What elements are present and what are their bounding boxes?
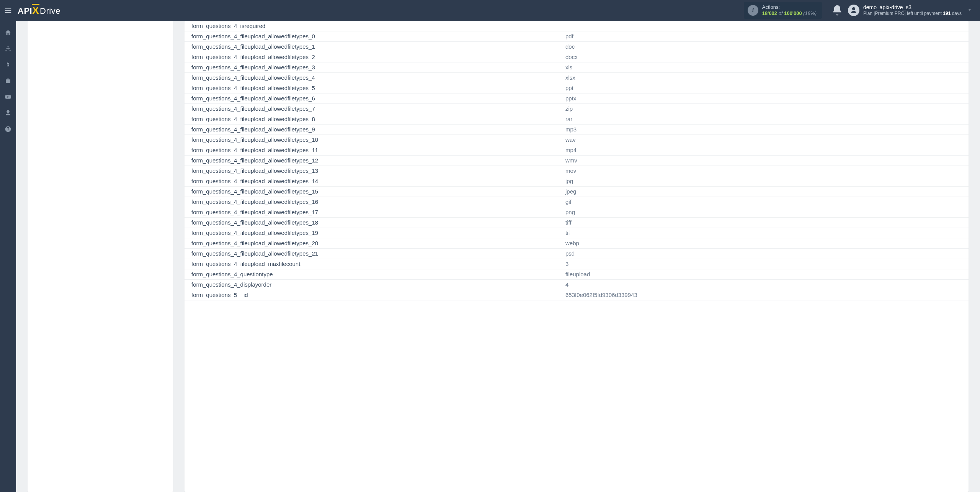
- data-panel: form_questions_4_isrequiredform_question…: [185, 21, 969, 492]
- nav-billing[interactable]: [0, 57, 16, 73]
- field-key: form_questions_4_fileupload_allowedfilet…: [185, 31, 561, 41]
- actions-pct: (18%): [803, 10, 817, 16]
- table-row: form_questions_4_fileupload_allowedfilet…: [185, 238, 969, 248]
- actions-label: Actions:: [762, 4, 817, 10]
- field-value: xls: [561, 62, 969, 72]
- menu-toggle-button[interactable]: [0, 0, 16, 21]
- field-key: form_questions_4_fileupload_allowedfilet…: [185, 93, 561, 103]
- field-value: tif: [561, 228, 969, 238]
- field-key: form_questions_4_fileupload_allowedfilet…: [185, 228, 561, 238]
- table-row: form_questions_4_isrequired: [185, 21, 969, 31]
- table-row: form_questions_4_fileupload_allowedfilet…: [185, 93, 969, 103]
- field-value: wav: [561, 134, 969, 145]
- actions-used: 18'002: [762, 10, 777, 16]
- field-key: form_questions_4_fileupload_allowedfilet…: [185, 248, 561, 259]
- field-value: tiff: [561, 217, 969, 228]
- table-row: form_questions_4_fileupload_allowedfilet…: [185, 72, 969, 83]
- table-row: form_questions_4_fileupload_allowedfilet…: [185, 31, 969, 41]
- field-value: jpg: [561, 176, 969, 186]
- info-icon: i: [748, 5, 758, 16]
- field-key: form_questions_4_fileupload_allowedfilet…: [185, 83, 561, 93]
- field-value: rar: [561, 114, 969, 124]
- brand-part-x: X: [32, 5, 39, 16]
- chevron-down-icon[interactable]: [967, 7, 972, 14]
- field-key: form_questions_4_fileupload_maxfilecount: [185, 259, 561, 269]
- table-row: form_questions_4_fileupload_allowedfilet…: [185, 103, 969, 114]
- field-value: 3: [561, 259, 969, 269]
- actions-usage-badge[interactable]: i Actions: 18'002 of 100'000 (18%): [744, 2, 822, 18]
- field-value: wmv: [561, 155, 969, 166]
- table-row: form_questions_4_fileupload_allowedfilet…: [185, 41, 969, 52]
- nav-connections[interactable]: [0, 41, 16, 57]
- left-panel: [28, 21, 173, 492]
- table-row: form_questions_5__id653f0e062f5fd9306d33…: [185, 290, 969, 300]
- field-key: form_questions_4_fileupload_allowedfilet…: [185, 62, 561, 72]
- field-key: form_questions_4_fileupload_allowedfilet…: [185, 176, 561, 186]
- field-key: form_questions_4_isrequired: [185, 21, 561, 31]
- table-row: form_questions_4_fileupload_allowedfilet…: [185, 134, 969, 145]
- field-key: form_questions_5__id: [185, 290, 561, 300]
- table-row: form_questions_4_fileupload_allowedfilet…: [185, 176, 969, 186]
- field-value: psd: [561, 248, 969, 259]
- table-row: form_questions_4_fileupload_allowedfilet…: [185, 217, 969, 228]
- field-value: 4: [561, 279, 969, 290]
- field-value: gif: [561, 197, 969, 207]
- field-key: form_questions_4_fileupload_allowedfilet…: [185, 72, 561, 83]
- table-row: form_questions_4_fileupload_allowedfilet…: [185, 248, 969, 259]
- field-value: webp: [561, 238, 969, 248]
- notifications-button[interactable]: [831, 4, 843, 16]
- field-value: fileupload: [561, 269, 969, 279]
- field-value: mp4: [561, 145, 969, 155]
- nav-youtube[interactable]: [0, 89, 16, 105]
- table-row: form_questions_4_fileupload_allowedfilet…: [185, 52, 969, 62]
- field-key: form_questions_4_fileupload_allowedfilet…: [185, 41, 561, 52]
- field-key: form_questions_4_fileupload_allowedfilet…: [185, 217, 561, 228]
- field-key: form_questions_4_fileupload_allowedfilet…: [185, 124, 561, 134]
- field-key: form_questions_4_fileupload_allowedfilet…: [185, 103, 561, 114]
- field-key: form_questions_4_fileupload_allowedfilet…: [185, 166, 561, 176]
- table-row: form_questions_4_fileupload_maxfilecount…: [185, 259, 969, 269]
- main-scroll[interactable]: form_questions_4_isrequiredform_question…: [16, 21, 980, 492]
- brand-part-drive: Drive: [40, 6, 60, 16]
- nav-home[interactable]: [0, 25, 16, 41]
- table-row: form_questions_4_fileupload_allowedfilet…: [185, 155, 969, 166]
- field-value: zip: [561, 103, 969, 114]
- kv-table: form_questions_4_isrequiredform_question…: [185, 21, 969, 300]
- brand-logo[interactable]: API X Drive: [18, 5, 60, 16]
- table-row: form_questions_4_fileupload_allowedfilet…: [185, 83, 969, 93]
- table-row: form_questions_4_fileupload_allowedfilet…: [185, 124, 969, 134]
- user-name: demo_apix-drive_s3: [863, 4, 962, 11]
- field-value: ppt: [561, 83, 969, 93]
- field-value: png: [561, 207, 969, 217]
- nav-help[interactable]: [0, 121, 16, 137]
- actions-of: of: [779, 10, 783, 16]
- field-key: form_questions_4_fileupload_allowedfilet…: [185, 207, 561, 217]
- user-menu[interactable]: demo_apix-drive_s3 Plan |Premium PRO| le…: [848, 4, 962, 16]
- topbar: API X Drive i Actions: 18'002 of 100'000…: [0, 0, 980, 21]
- brand-part-api: API: [18, 6, 32, 16]
- field-value: 653f0e062f5fd9306d339943: [561, 290, 969, 300]
- field-key: form_questions_4_fileupload_allowedfilet…: [185, 197, 561, 207]
- field-value: pptx: [561, 93, 969, 103]
- nav-briefcase[interactable]: [0, 73, 16, 89]
- field-value: docx: [561, 52, 969, 62]
- table-row: form_questions_4_fileupload_allowedfilet…: [185, 228, 969, 238]
- field-key: form_questions_4_fileupload_allowedfilet…: [185, 145, 561, 155]
- table-row: form_questions_4_questiontypefileupload: [185, 269, 969, 279]
- field-value: mov: [561, 166, 969, 176]
- field-key: form_questions_4_questiontype: [185, 269, 561, 279]
- table-row: form_questions_4_fileupload_allowedfilet…: [185, 114, 969, 124]
- field-key: form_questions_4_fileupload_allowedfilet…: [185, 155, 561, 166]
- actions-total: 100'000: [784, 10, 802, 16]
- nav-account[interactable]: [0, 105, 16, 121]
- field-key: form_questions_4_fileupload_allowedfilet…: [185, 52, 561, 62]
- field-value: xlsx: [561, 72, 969, 83]
- table-row: form_questions_4_fileupload_allowedfilet…: [185, 62, 969, 72]
- field-value: pdf: [561, 31, 969, 41]
- field-key: form_questions_4_displayorder: [185, 279, 561, 290]
- table-row: form_questions_4_fileupload_allowedfilet…: [185, 207, 969, 217]
- table-row: form_questions_4_fileupload_allowedfilet…: [185, 166, 969, 176]
- field-key: form_questions_4_fileupload_allowedfilet…: [185, 238, 561, 248]
- field-key: form_questions_4_fileupload_allowedfilet…: [185, 186, 561, 197]
- field-value: doc: [561, 41, 969, 52]
